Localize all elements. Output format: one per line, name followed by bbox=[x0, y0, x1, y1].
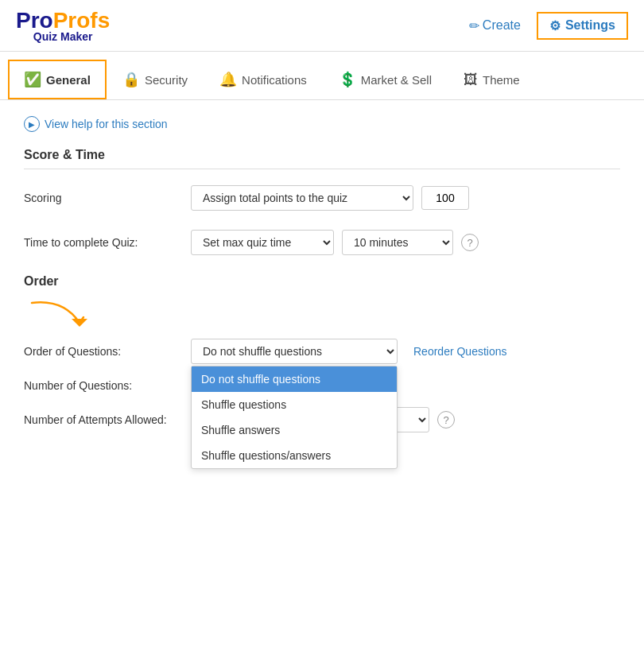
market-icon: 💲 bbox=[339, 71, 356, 88]
dropdown-option-shuffle-qa[interactable]: Shuffle questions/answers bbox=[192, 443, 397, 468]
order-dropdown-popup: Do not shuffle questions Shuffle questio… bbox=[191, 366, 398, 469]
header-actions: ✏ Create ⚙ Settings bbox=[469, 12, 628, 40]
security-icon: 🔒 bbox=[122, 71, 140, 88]
create-link[interactable]: ✏ Create bbox=[469, 18, 521, 33]
order-title: Order bbox=[24, 274, 620, 289]
logo-sub: Quiz Maker bbox=[16, 30, 110, 43]
settings-label: Settings bbox=[565, 18, 615, 33]
tabs-bar: ✅ General 🔒 Security 🔔 Notifications 💲 M… bbox=[0, 60, 644, 100]
help-link-text: View help for this section bbox=[45, 118, 168, 130]
score-time-title: Score & Time bbox=[24, 148, 620, 162]
logo-pro: Pro bbox=[16, 8, 53, 33]
score-time-section: Score & Time Scoring Assign total points… bbox=[24, 148, 620, 255]
attempts-help-icon[interactable]: ? bbox=[437, 411, 455, 428]
time-help-icon[interactable]: ? bbox=[461, 234, 479, 251]
dropdown-option-shuffle-q[interactable]: Shuffle questions bbox=[192, 392, 397, 417]
tab-notifications[interactable]: 🔔 Notifications bbox=[204, 60, 323, 99]
time-select[interactable]: Set max quiz time No time limit bbox=[191, 230, 334, 255]
score-time-divider bbox=[24, 169, 620, 169]
play-icon: ▶ bbox=[24, 116, 40, 132]
order-questions-row: Order of Questions: Do not shuffle quest… bbox=[24, 339, 620, 364]
tab-theme-label: Theme bbox=[483, 73, 520, 87]
scoring-label: Scoring bbox=[24, 192, 183, 204]
general-icon: ✅ bbox=[24, 71, 41, 88]
tab-market-sell-label: Market & Sell bbox=[361, 73, 432, 87]
tab-general-label: General bbox=[46, 73, 91, 87]
header: ProProfs Quiz Maker ✏ Create ⚙ Settings bbox=[0, 0, 644, 52]
attempts-label: Number of Attempts Allowed: bbox=[24, 413, 183, 426]
tab-theme[interactable]: 🖼 Theme bbox=[448, 60, 536, 99]
dropdown-option-no-shuffle[interactable]: Do not shuffle questions bbox=[192, 366, 397, 392]
time-row: Time to complete Quiz: Set max quiz time… bbox=[24, 230, 620, 255]
logo-profs: Profs bbox=[53, 8, 111, 33]
tab-security-label: Security bbox=[145, 73, 188, 87]
svg-marker-0 bbox=[72, 319, 87, 327]
scoring-select[interactable]: Assign total points to the quiz Points p… bbox=[191, 185, 413, 211]
settings-button[interactable]: ⚙ Settings bbox=[537, 12, 628, 40]
logo: ProProfs Quiz Maker bbox=[16, 8, 110, 43]
order-questions-label: Order of Questions: bbox=[24, 345, 183, 358]
tab-security[interactable]: 🔒 Security bbox=[107, 60, 204, 99]
order-arrow-decoration bbox=[24, 295, 103, 335]
order-section: Order Order of Questions: Do not shuffle… bbox=[24, 274, 620, 432]
notifications-icon: 🔔 bbox=[219, 71, 237, 88]
scoring-row: Scoring Assign total points to the quiz … bbox=[24, 185, 620, 211]
gear-icon: ⚙ bbox=[549, 18, 561, 33]
tab-market-sell[interactable]: 💲 Market & Sell bbox=[323, 60, 448, 99]
create-label: Create bbox=[483, 18, 521, 33]
theme-icon: 🖼 bbox=[464, 72, 478, 88]
help-link[interactable]: ▶ View help for this section bbox=[24, 116, 620, 132]
order-questions-select[interactable]: Do not shuffle questions Shuffle questio… bbox=[191, 339, 398, 364]
num-questions-label: Number of Questions: bbox=[24, 379, 183, 392]
points-input[interactable] bbox=[421, 186, 469, 210]
dropdown-option-shuffle-a[interactable]: Shuffle answers bbox=[192, 417, 397, 443]
main-content: ▶ View help for this section Score & Tim… bbox=[0, 100, 644, 448]
reorder-questions-link[interactable]: Reorder Questions bbox=[413, 345, 507, 358]
order-dropdown-container: Do not shuffle questions Shuffle questio… bbox=[191, 339, 398, 364]
duration-select[interactable]: 10 minutes 15 minutes 20 minutes 30 minu… bbox=[342, 230, 453, 255]
tab-general[interactable]: ✅ General bbox=[8, 60, 107, 99]
time-label: Time to complete Quiz: bbox=[24, 236, 183, 249]
pencil-icon: ✏ bbox=[469, 18, 479, 33]
tab-notifications-label: Notifications bbox=[242, 73, 307, 87]
